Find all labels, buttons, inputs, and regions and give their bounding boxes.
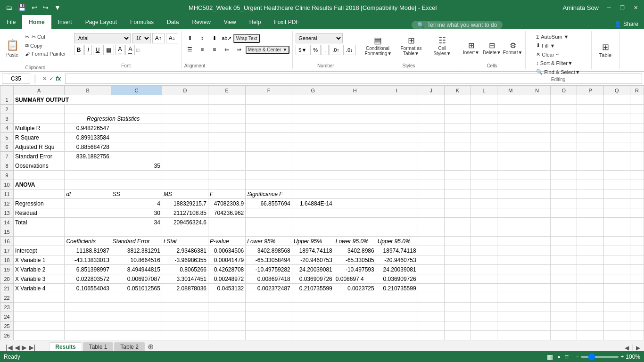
grid-cell[interactable] (418, 161, 444, 171)
align-middle-button[interactable]: ↕ (197, 33, 208, 43)
grid-cell[interactable] (376, 161, 418, 171)
grid-cell[interactable]: df (65, 189, 111, 199)
grid-cell[interactable]: Regression (14, 199, 65, 208)
grid-cell[interactable] (246, 114, 292, 123)
grid-cell[interactable] (292, 105, 334, 114)
grid-cell[interactable] (162, 105, 208, 114)
grid-cell[interactable] (444, 123, 471, 133)
wrap-text-button[interactable]: Wrap Text (233, 34, 260, 43)
grid-cell[interactable] (603, 218, 630, 227)
grid-cell[interactable] (418, 123, 444, 133)
grid-cell[interactable] (111, 312, 162, 321)
grid-cell[interactable] (471, 321, 497, 331)
grid-cell[interactable] (444, 199, 471, 208)
grid-cell[interactable] (292, 321, 334, 331)
grid-cell[interactable] (471, 95, 497, 105)
sheet-tab-table1[interactable]: Table 1 (83, 342, 114, 351)
grid-cell[interactable] (14, 189, 65, 199)
grid-cell[interactable] (524, 152, 550, 161)
grid-cell[interactable] (603, 321, 630, 331)
save-button[interactable]: 💾 (16, 3, 28, 12)
grid-cell[interactable] (246, 123, 292, 133)
grid-cell[interactable]: Upper 95% (292, 237, 334, 246)
col-header-l[interactable]: L (471, 86, 497, 95)
grid-cell[interactable]: Lower 95.0% (334, 237, 376, 246)
cell-styles-button[interactable]: ☷ CellStyles▼ (429, 34, 456, 58)
grid-cell[interactable]: Intercept (14, 246, 65, 255)
font-shrink-button[interactable]: A↓ (166, 33, 178, 43)
grid-cell[interactable] (524, 218, 550, 227)
grid-cell[interactable] (630, 189, 644, 199)
grid-cell[interactable] (471, 152, 497, 161)
grid-cell[interactable] (246, 152, 292, 161)
sheet-container[interactable]: A B C D E F G H I J K L M N O P Q (0, 85, 644, 340)
grid-cell[interactable] (246, 161, 292, 171)
grid-cell[interactable]: 0.00248972 (208, 274, 246, 284)
grid-cell[interactable] (577, 180, 603, 189)
font-size-select[interactable]: 10 (132, 33, 151, 43)
grid-cell[interactable]: X Variable 3 (14, 274, 65, 284)
grid-cell[interactable] (471, 246, 497, 255)
grid-cell[interactable] (630, 265, 644, 274)
grid-cell[interactable] (444, 274, 471, 284)
grid-cell[interactable] (334, 312, 376, 321)
grid-cell[interactable] (603, 142, 630, 152)
grid-cell[interactable]: 10.8664516 (111, 255, 162, 265)
grid-cell[interactable] (551, 246, 577, 255)
grid-cell[interactable] (65, 208, 111, 218)
grid-cell[interactable] (630, 171, 644, 180)
grid-cell[interactable] (111, 142, 162, 152)
grid-cell[interactable]: 704236.962 (208, 208, 246, 218)
grid-cell[interactable]: SS (111, 189, 162, 199)
grid-cell[interactable] (111, 303, 162, 312)
grid-cell[interactable] (524, 161, 550, 171)
grid-cell[interactable] (603, 95, 630, 105)
grid-cell[interactable] (551, 105, 577, 114)
grid-cell[interactable] (471, 265, 497, 274)
tab-review[interactable]: Review (185, 15, 217, 29)
grid-cell[interactable] (444, 180, 471, 189)
grid-cell[interactable] (577, 312, 603, 321)
grid-cell[interactable]: 18974.74118 (376, 246, 418, 255)
grid-cell[interactable] (551, 265, 577, 274)
grid-cell[interactable]: Regression Statistics (65, 114, 162, 123)
grid-cell[interactable] (630, 274, 644, 284)
grid-cell[interactable] (65, 199, 111, 208)
grid-cell[interactable] (65, 227, 111, 237)
grid-cell[interactable]: P-value (208, 237, 246, 246)
col-header-a[interactable]: A (14, 86, 65, 95)
grid-cell[interactable]: -65.33058494 (246, 255, 292, 265)
grid-cell[interactable] (603, 246, 630, 255)
currency-button[interactable]: $▼ (296, 45, 309, 55)
grid-cell[interactable] (577, 95, 603, 105)
grid-cell[interactable] (65, 331, 111, 340)
align-top-button[interactable]: ⬆ (184, 33, 196, 43)
tab-home[interactable]: Home (22, 15, 51, 29)
grid-cell[interactable] (630, 180, 644, 189)
grid-cell[interactable]: 0.0023725 (334, 284, 376, 293)
grid-cell[interactable] (334, 199, 376, 208)
grid-cell[interactable]: SUMMARY OUTPUT (14, 95, 162, 105)
col-header-h[interactable]: H (334, 86, 376, 95)
dec-dec-button[interactable]: .0↓ (343, 45, 356, 55)
grid-cell[interactable] (65, 218, 111, 227)
grid-cell[interactable]: 0.00041479 (208, 255, 246, 265)
grid-cell[interactable] (603, 161, 630, 171)
grid-cell[interactable] (14, 321, 65, 331)
grid-cell[interactable] (376, 180, 418, 189)
grid-cell[interactable] (334, 105, 376, 114)
grid-cell[interactable] (376, 227, 418, 237)
grid-cell[interactable] (418, 189, 444, 199)
grid-cell[interactable] (497, 293, 524, 303)
zoom-slider[interactable] (581, 356, 619, 358)
grid-cell[interactable] (418, 227, 444, 237)
grid-cell[interactable] (208, 303, 246, 312)
grid-cell[interactable] (444, 255, 471, 265)
font-expand-icon[interactable]: ⊡ (136, 48, 140, 53)
orientation-button[interactable]: ab↗ (221, 33, 232, 43)
grid-cell[interactable] (551, 274, 577, 284)
grid-cell[interactable] (497, 152, 524, 161)
grid-cell[interactable] (577, 133, 603, 142)
grid-cell[interactable]: 4 (111, 199, 162, 208)
grid-cell[interactable] (334, 227, 376, 237)
